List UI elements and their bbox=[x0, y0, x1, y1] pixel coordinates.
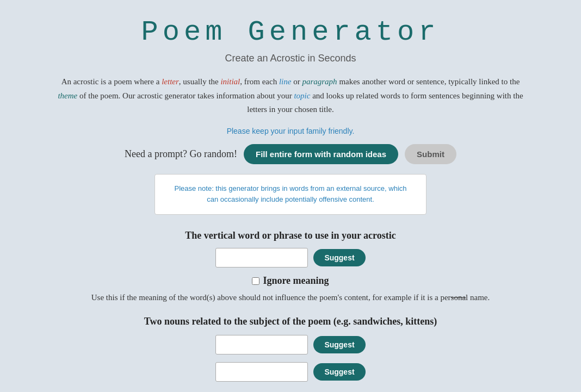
ignore-meaning-checkbox[interactable] bbox=[252, 277, 259, 285]
nouns-section: Two nouns related to the subject of the … bbox=[44, 316, 537, 389]
random-button[interactable]: Fill entire form with random ideas bbox=[244, 144, 398, 164]
noun2-input[interactable] bbox=[215, 362, 308, 382]
submit-button[interactable]: Submit bbox=[405, 144, 456, 164]
vertical-word-row: Suggest bbox=[215, 248, 365, 267]
noun1-suggest-button[interactable]: Suggest bbox=[313, 336, 365, 353]
page-title: Poem Generator bbox=[141, 16, 440, 48]
prompt-row: Need a prompt? Go random! Fill entire fo… bbox=[125, 144, 456, 164]
noun2-suggest-button[interactable]: Suggest bbox=[313, 363, 365, 381]
ignore-meaning-label: Ignore meaning bbox=[263, 275, 329, 287]
ignore-description: Use this if the meaning of the word(s) a… bbox=[91, 291, 490, 305]
ignore-meaning-row: Ignore meaning bbox=[252, 275, 329, 287]
vertical-word-label: The vertical word or phrase to use in yo… bbox=[185, 230, 395, 241]
prompt-text: Need a prompt? Go random! bbox=[125, 148, 237, 160]
noun1-input[interactable] bbox=[215, 335, 308, 354]
vertical-word-input[interactable] bbox=[215, 248, 308, 267]
nouns-label: Two nouns related to the subject of the … bbox=[144, 316, 437, 327]
description-text: An acrostic is a poem where a letter, us… bbox=[57, 75, 524, 117]
noun2-row: Suggest bbox=[215, 362, 365, 382]
friendly-note: Please keep your input family friendly. bbox=[227, 127, 355, 135]
vertical-word-suggest-button[interactable]: Suggest bbox=[313, 249, 365, 266]
warning-text: Please note: this generator brings in wo… bbox=[168, 183, 413, 206]
warning-box: Please note: this generator brings in wo… bbox=[154, 174, 427, 215]
noun1-row: Suggest bbox=[215, 335, 365, 354]
page-subtitle: Create an Acrostic in Seconds bbox=[225, 53, 356, 64]
